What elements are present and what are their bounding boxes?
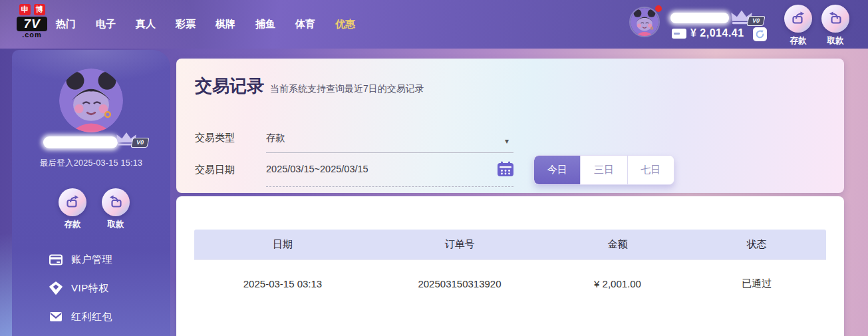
nav-item-live[interactable]: 真人 — [136, 18, 156, 31]
top-navigation-bar: 申 博 7V .com 热门 电子 真人 彩票 棋牌 捕鱼 体育 优惠 — [0, 0, 868, 49]
nav-item-promotions[interactable]: 优惠 — [335, 18, 355, 31]
topbar-withdraw-button[interactable] — [821, 5, 849, 33]
column-header-status: 状态 — [687, 238, 826, 251]
logo-badge-left: 申 — [19, 4, 31, 15]
sidebar-withdraw-button[interactable] — [102, 188, 130, 216]
range-button-today[interactable]: 今日 — [534, 156, 580, 184]
profile-sidebar: V0 最后登入2025-03-15 15:13 存款 取款 — [12, 50, 170, 336]
balance-amount: ¥ 2,014.41 — [690, 27, 744, 39]
logo-badge-right: 博 — [34, 4, 45, 15]
sidebar-withdraw-label: 取款 — [102, 219, 130, 230]
withdraw-icon — [108, 194, 124, 210]
nav-item-fishing[interactable]: 捕鱼 — [255, 18, 275, 31]
main-nav: 热门 电子 真人 彩票 棋牌 捕鱼 体育 优惠 — [56, 0, 355, 49]
sidebar-item-label: 账户管理 — [71, 253, 112, 266]
transaction-date-label: 交易日期 — [195, 164, 235, 176]
username-redacted — [670, 13, 729, 23]
cell-amount: ¥ 2,001.00 — [548, 278, 687, 289]
logo-text: 7V — [17, 17, 47, 31]
refresh-balance-button[interactable] — [753, 27, 767, 41]
cell-date: 2025-03-15 03:13 — [194, 278, 371, 289]
date-field-underline — [266, 186, 513, 187]
sidebar-deposit-label: 存款 — [59, 219, 86, 230]
topbar-deposit-label: 存款 — [784, 35, 812, 47]
page-subtitle: 当前系统支持查询最近7日的交易记录 — [270, 83, 424, 95]
withdraw-icon — [827, 11, 843, 27]
refresh-icon — [755, 29, 765, 39]
date-range-input[interactable]: 2025/03/15~2025/03/15 — [266, 164, 368, 174]
vip-gem-icon — [49, 281, 63, 295]
range-button-3days[interactable]: 三日 — [580, 156, 627, 184]
nav-item-sports[interactable]: 体育 — [295, 18, 315, 31]
logo-domain-text: .com — [11, 31, 53, 39]
type-field-underline — [266, 152, 513, 153]
bank-card-icon — [49, 253, 63, 266]
chevron-down-icon[interactable]: ▾ — [505, 136, 509, 146]
sidebar-username-redacted — [43, 136, 118, 148]
transaction-filter-card: 交易记录 当前系统支持查询最近7日的交易记录 交易类型 存款 ▾ 交易日期 20… — [176, 59, 844, 193]
date-range-button-group: 今日 三日 七日 — [533, 155, 674, 185]
last-login-text: 最后登入2025-03-15 15:13 — [12, 158, 170, 169]
sidebar-item-account-management[interactable]: 账户管理 — [49, 253, 112, 266]
sidebar-item-label: 红利红包 — [71, 311, 112, 323]
transaction-type-label: 交易类型 — [195, 132, 235, 144]
vip-level-badge: V0 — [746, 16, 765, 26]
deposit-icon — [65, 194, 80, 210]
transaction-table-card: 日期 订单号 金额 状态 2025-03-15 03:13 2025031503… — [176, 196, 844, 336]
nav-item-hot[interactable]: 热门 — [56, 18, 76, 31]
nav-item-lottery[interactable]: 彩票 — [176, 18, 196, 31]
page-title-row: 交易记录 当前系统支持查询最近7日的交易记录 — [195, 75, 424, 98]
wallet-icon — [672, 29, 686, 39]
sidebar-vip-level-badge: V0 — [130, 138, 149, 148]
column-header-date: 日期 — [194, 238, 371, 251]
sidebar-menu: 账户管理 VIP特权 红利红包 — [49, 253, 112, 323]
range-button-7days[interactable]: 七日 — [627, 156, 674, 184]
transaction-type-select[interactable]: 存款 — [266, 132, 285, 144]
page-title: 交易记录 — [195, 75, 264, 98]
sidebar-item-vip-privileges[interactable]: VIP特权 — [49, 281, 112, 295]
logo-badges: 申 博 — [11, 4, 53, 15]
sidebar-item-bonus-redpacket[interactable]: 红利红包 — [49, 310, 112, 323]
topbar-withdraw-label: 取款 — [821, 35, 849, 47]
table-row: 2025-03-15 03:13 202503150313920 ¥ 2,001… — [194, 271, 826, 295]
cell-status: 已通过 — [687, 277, 826, 290]
calendar-icon[interactable] — [497, 161, 514, 177]
topbar-deposit-button[interactable] — [784, 5, 812, 33]
deposit-icon — [790, 11, 806, 27]
nav-item-cards[interactable]: 棋牌 — [216, 18, 235, 31]
avatar-illustration — [59, 69, 123, 132]
column-header-amount: 金额 — [548, 238, 687, 251]
page-background: V0 最后登入2025-03-15 15:13 存款 取款 — [0, 49, 868, 336]
nav-item-slots[interactable]: 电子 — [96, 18, 116, 31]
sidebar-user-avatar[interactable] — [59, 69, 123, 132]
cell-order-number: 202503150313920 — [371, 278, 548, 289]
site-logo[interactable]: 申 博 7V .com — [11, 4, 53, 39]
sidebar-deposit-button[interactable] — [59, 188, 86, 216]
user-avatar[interactable] — [629, 7, 660, 37]
envelope-icon — [49, 310, 63, 323]
sidebar-item-label: VIP特权 — [71, 282, 109, 295]
column-header-order-number: 订单号 — [371, 238, 548, 251]
notification-dot — [655, 5, 662, 12]
table-header-row: 日期 订单号 金额 状态 — [194, 230, 826, 259]
avatar-illustration — [631, 8, 658, 36]
